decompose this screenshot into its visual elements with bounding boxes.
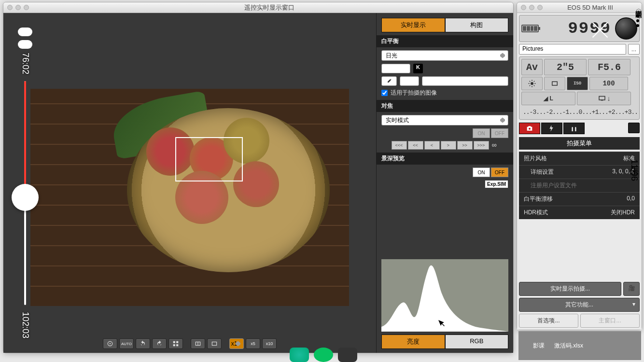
zoom-1x-button[interactable]: x1: [229, 338, 244, 349]
func-tab-flash[interactable]: [541, 123, 562, 134]
func-tab-tools[interactable]: [563, 123, 585, 134]
control-panel: 实时显示 构图 白平衡 日光 K 适用于拍摄的图像: [376, 13, 513, 353]
focus-nudge-row: <<< << < > >> >>> ∞: [381, 141, 508, 150]
hist-brightness-tab[interactable]: 亮度: [381, 334, 445, 349]
svg-rect-18: [552, 82, 558, 85]
menu-row[interactable]: 白平衡漂移0,0: [519, 192, 640, 206]
more-icon[interactable]: [636, 14, 639, 27]
exp-sim-badge: Exp.SIM: [485, 180, 508, 188]
focus-far2-button[interactable]: <<: [408, 141, 423, 150]
traffic-lights[interactable]: [521, 5, 543, 10]
svg-line-17: [530, 85, 531, 86]
rotate-cw-icon[interactable]: [152, 338, 167, 349]
svg-rect-5: [176, 344, 178, 346]
scrubber-thumb[interactable]: [12, 184, 39, 211]
folder-name[interactable]: Pictures: [519, 44, 626, 55]
live-titlebar[interactable]: 遥控实时显示窗口: [3, 2, 513, 13]
video-icon[interactable]: 🎥: [623, 282, 640, 296]
preview-image[interactable]: [30, 89, 349, 306]
exposure-meter: ..-3...-2...-1...0...+1...+2...+3..: [521, 107, 637, 117]
zoom-10x-button[interactable]: x10: [262, 338, 277, 349]
focus-mode-select[interactable]: 实时模式: [381, 115, 508, 125]
battery-icon: [521, 25, 539, 32]
aperture-value[interactable]: F5.6: [588, 59, 630, 75]
hist-rgb-tab[interactable]: RGB: [445, 334, 509, 349]
dock-app-1[interactable]: [290, 348, 309, 362]
histogram: [381, 259, 508, 332]
wb-sun-icon[interactable]: [521, 77, 543, 90]
wb-value-field[interactable]: [422, 76, 508, 86]
tab-compose[interactable]: 构图: [445, 18, 509, 32]
auto-button[interactable]: AUTO: [119, 338, 134, 349]
wb-apply-checkbox[interactable]: 适用于拍摄的图像: [381, 89, 508, 97]
liveview-shoot-button[interactable]: 实时显示拍摄...: [519, 282, 621, 296]
svg-line-14: [530, 81, 531, 82]
desktop-file-2[interactable]: 激活码.xlsx: [554, 342, 583, 350]
iso-value[interactable]: 100: [589, 77, 628, 90]
focus-rectangle[interactable]: [175, 137, 243, 181]
eos-window-title: EOS 5D Mark III: [543, 4, 638, 11]
grid-icon[interactable]: [168, 338, 183, 349]
mode-dial[interactable]: Av: [521, 59, 543, 75]
menu-row: 注册用户设置文件: [519, 179, 640, 192]
shutter-button[interactable]: [615, 17, 637, 40]
preferences-button[interactable]: 首选项...: [519, 314, 578, 328]
folder-browse-button[interactable]: …: [628, 44, 640, 55]
zoom-5x-button[interactable]: x5: [246, 338, 260, 349]
aspect-1-icon[interactable]: [191, 338, 205, 349]
eos-titlebar[interactable]: EOS 5D Mark III: [517, 2, 642, 13]
aspect-2-icon[interactable]: [207, 338, 222, 349]
wb-dropdown-small[interactable]: [400, 76, 419, 86]
focus-near1-button[interactable]: >: [441, 141, 456, 150]
dof-on-button[interactable]: ON: [473, 167, 490, 177]
svg-line-15: [534, 85, 535, 86]
focus-near3-button[interactable]: >>>: [474, 141, 489, 150]
focus-off-button[interactable]: OFF: [491, 128, 508, 138]
svg-rect-20: [601, 100, 603, 101]
save-pc-icon[interactable]: ↓: [577, 92, 631, 105]
other-functions-button[interactable]: 其它功能...▾: [519, 298, 640, 312]
scrubber-track[interactable]: [24, 81, 26, 305]
menu-row[interactable]: 照片风格标准: [519, 152, 640, 165]
focus-far3-button[interactable]: <<<: [392, 141, 407, 150]
menu-label: 照片风格: [524, 154, 547, 163]
eyedropper-icon[interactable]: [381, 76, 397, 86]
wb-apply-input[interactable]: [381, 90, 388, 96]
close-icon[interactable]: [589, 19, 610, 41]
menu-label: 详细设置: [531, 168, 554, 176]
kelvin-badge: K: [413, 64, 423, 73]
shutter-speed[interactable]: 2"5: [544, 59, 587, 75]
traffic-lights[interactable]: [7, 5, 29, 10]
scrubber-fill: [24, 81, 26, 197]
menu-label: HDR模式: [524, 209, 548, 217]
func-tab-shoot[interactable]: [519, 123, 540, 134]
wb-kelvin-input[interactable]: [381, 64, 410, 73]
svg-rect-4: [173, 344, 175, 346]
main-window-button[interactable]: 主窗口...: [580, 314, 640, 328]
dock-app-3[interactable]: [338, 348, 357, 362]
menu-row[interactable]: 详细设置3, 0, 0, 0: [519, 165, 640, 179]
focus-far1-button[interactable]: <: [424, 141, 440, 150]
preview-area: AUTO x1 x5 x10 76:02: [3, 13, 376, 353]
dock: [290, 348, 357, 362]
svg-rect-3: [176, 341, 178, 343]
svg-point-21: [529, 128, 531, 130]
drive-mode-icon[interactable]: [544, 77, 565, 90]
dof-off-button[interactable]: OFF: [491, 167, 508, 177]
rotate-ccw-icon[interactable]: [136, 338, 150, 349]
func-tab-extra[interactable]: [628, 123, 640, 133]
desktop-file-1[interactable]: 影课: [533, 342, 545, 350]
phone-clock: 上午11:06: [629, 159, 640, 181]
other-functions-label: 其它功能...: [565, 301, 593, 308]
dock-wechat-icon[interactable]: [314, 348, 333, 362]
menu-row[interactable]: HDR模式关闭HDR: [519, 206, 640, 219]
wb-preset-select[interactable]: 日光: [381, 50, 508, 61]
target-icon[interactable]: [103, 338, 117, 349]
focus-on-button[interactable]: ON: [473, 128, 490, 138]
focus-mode-value: 实时模式: [386, 116, 409, 125]
quality-icon[interactable]: ◢ L: [521, 92, 575, 105]
lcd-panel: 9999: [519, 15, 640, 42]
shooting-menu: 照片风格标准 详细设置3, 0, 0, 0 注册用户设置文件 白平衡漂移0,0 …: [519, 152, 640, 219]
focus-near2-button[interactable]: >>: [457, 141, 473, 150]
tab-liveview[interactable]: 实时显示: [381, 18, 445, 32]
